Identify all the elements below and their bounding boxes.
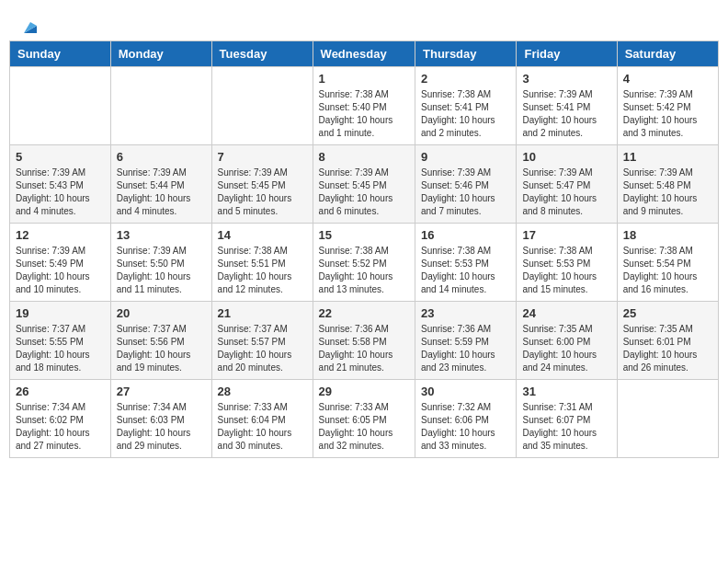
- day-number: 4: [623, 72, 712, 86]
- calendar-day-cell: 7Sunrise: 7:39 AM Sunset: 5:45 PM Daylig…: [211, 145, 313, 224]
- calendar-day-cell: [211, 67, 313, 145]
- calendar-day-cell: 16Sunrise: 7:38 AM Sunset: 5:53 PM Dayli…: [415, 224, 517, 302]
- day-number: 12: [16, 228, 105, 242]
- logo: [18, 18, 40, 31]
- day-number: 11: [623, 150, 712, 164]
- day-info: Sunrise: 7:36 AM Sunset: 5:58 PM Dayligh…: [319, 323, 409, 374]
- calendar-header-row: SundayMondayTuesdayWednesdayThursdayFrid…: [10, 41, 719, 67]
- calendar-day-cell: 10Sunrise: 7:39 AM Sunset: 5:47 PM Dayli…: [517, 145, 617, 224]
- day-info: Sunrise: 7:37 AM Sunset: 5:55 PM Dayligh…: [16, 323, 105, 374]
- calendar-day-cell: 5Sunrise: 7:39 AM Sunset: 5:43 PM Daylig…: [10, 145, 111, 224]
- day-info: Sunrise: 7:39 AM Sunset: 5:50 PM Dayligh…: [117, 245, 206, 296]
- calendar-day-cell: 26Sunrise: 7:34 AM Sunset: 6:02 PM Dayli…: [10, 380, 111, 458]
- day-info: Sunrise: 7:39 AM Sunset: 5:45 PM Dayligh…: [218, 167, 307, 218]
- day-info: Sunrise: 7:35 AM Sunset: 6:00 PM Dayligh…: [522, 323, 610, 374]
- day-number: 23: [421, 306, 510, 320]
- column-header-tuesday: Tuesday: [211, 41, 313, 67]
- day-info: Sunrise: 7:39 AM Sunset: 5:45 PM Dayligh…: [319, 167, 409, 218]
- column-header-sunday: Sunday: [10, 41, 111, 67]
- day-info: Sunrise: 7:39 AM Sunset: 5:46 PM Dayligh…: [421, 167, 510, 218]
- day-info: Sunrise: 7:37 AM Sunset: 5:56 PM Dayligh…: [117, 323, 206, 374]
- day-info: Sunrise: 7:38 AM Sunset: 5:53 PM Dayligh…: [421, 245, 510, 296]
- calendar-day-cell: 17Sunrise: 7:38 AM Sunset: 5:53 PM Dayli…: [517, 224, 617, 302]
- day-number: 27: [117, 385, 206, 398]
- day-number: 20: [117, 306, 206, 320]
- day-number: 26: [16, 385, 105, 398]
- calendar-day-cell: 19Sunrise: 7:37 AM Sunset: 5:55 PM Dayli…: [10, 302, 111, 380]
- day-info: Sunrise: 7:34 AM Sunset: 6:03 PM Dayligh…: [117, 401, 206, 453]
- calendar-week-row: 5Sunrise: 7:39 AM Sunset: 5:43 PM Daylig…: [10, 145, 719, 224]
- day-info: Sunrise: 7:33 AM Sunset: 6:05 PM Dayligh…: [319, 401, 409, 453]
- day-number: 10: [522, 150, 610, 164]
- calendar-day-cell: 28Sunrise: 7:33 AM Sunset: 6:04 PM Dayli…: [211, 380, 313, 458]
- calendar-day-cell: 13Sunrise: 7:39 AM Sunset: 5:50 PM Dayli…: [110, 224, 211, 302]
- day-info: Sunrise: 7:33 AM Sunset: 6:04 PM Dayligh…: [218, 401, 307, 453]
- calendar-day-cell: [617, 380, 718, 458]
- calendar-day-cell: 22Sunrise: 7:36 AM Sunset: 5:58 PM Dayli…: [313, 302, 415, 380]
- day-number: 29: [319, 385, 409, 398]
- column-header-monday: Monday: [110, 41, 211, 67]
- day-number: 2: [421, 72, 510, 86]
- calendar-week-row: 12Sunrise: 7:39 AM Sunset: 5:49 PM Dayli…: [10, 224, 719, 302]
- day-info: Sunrise: 7:31 AM Sunset: 6:07 PM Dayligh…: [522, 401, 610, 453]
- calendar-day-cell: 12Sunrise: 7:39 AM Sunset: 5:49 PM Dayli…: [10, 224, 111, 302]
- day-number: 3: [522, 72, 610, 86]
- calendar-week-row: 26Sunrise: 7:34 AM Sunset: 6:02 PM Dayli…: [10, 380, 719, 458]
- day-number: 21: [218, 306, 307, 320]
- day-info: Sunrise: 7:35 AM Sunset: 6:01 PM Dayligh…: [623, 323, 712, 374]
- calendar-day-cell: 14Sunrise: 7:38 AM Sunset: 5:51 PM Dayli…: [211, 224, 313, 302]
- column-header-wednesday: Wednesday: [313, 41, 415, 67]
- calendar-day-cell: 15Sunrise: 7:38 AM Sunset: 5:52 PM Dayli…: [313, 224, 415, 302]
- calendar-table: SundayMondayTuesdayWednesdayThursdayFrid…: [9, 40, 719, 458]
- day-number: 9: [421, 150, 510, 164]
- calendar-day-cell: 3Sunrise: 7:39 AM Sunset: 5:41 PM Daylig…: [517, 67, 617, 145]
- day-info: Sunrise: 7:39 AM Sunset: 5:49 PM Dayligh…: [16, 245, 105, 296]
- calendar-day-cell: 29Sunrise: 7:33 AM Sunset: 6:05 PM Dayli…: [313, 380, 415, 458]
- day-info: Sunrise: 7:39 AM Sunset: 5:44 PM Dayligh…: [117, 167, 206, 218]
- day-info: Sunrise: 7:38 AM Sunset: 5:52 PM Dayligh…: [319, 245, 409, 296]
- day-number: 5: [16, 150, 105, 164]
- calendar-day-cell: 11Sunrise: 7:39 AM Sunset: 5:48 PM Dayli…: [617, 145, 718, 224]
- day-number: 8: [319, 150, 409, 164]
- day-number: 30: [421, 385, 510, 398]
- day-number: 28: [218, 385, 307, 398]
- calendar-day-cell: [10, 67, 111, 145]
- calendar-day-cell: 4Sunrise: 7:39 AM Sunset: 5:42 PM Daylig…: [617, 67, 718, 145]
- calendar-day-cell: 27Sunrise: 7:34 AM Sunset: 6:03 PM Dayli…: [110, 380, 211, 458]
- day-info: Sunrise: 7:38 AM Sunset: 5:51 PM Dayligh…: [218, 245, 307, 296]
- day-info: Sunrise: 7:39 AM Sunset: 5:42 PM Dayligh…: [623, 88, 712, 140]
- day-number: 22: [319, 306, 409, 320]
- day-info: Sunrise: 7:39 AM Sunset: 5:47 PM Dayligh…: [522, 167, 610, 218]
- calendar-day-cell: 31Sunrise: 7:31 AM Sunset: 6:07 PM Dayli…: [517, 380, 617, 458]
- calendar-day-cell: 6Sunrise: 7:39 AM Sunset: 5:44 PM Daylig…: [110, 145, 211, 224]
- calendar-week-row: 19Sunrise: 7:37 AM Sunset: 5:55 PM Dayli…: [10, 302, 719, 380]
- day-number: 7: [218, 150, 307, 164]
- column-header-saturday: Saturday: [617, 41, 718, 67]
- day-info: Sunrise: 7:37 AM Sunset: 5:57 PM Dayligh…: [218, 323, 307, 374]
- calendar-day-cell: 20Sunrise: 7:37 AM Sunset: 5:56 PM Dayli…: [110, 302, 211, 380]
- calendar-day-cell: 21Sunrise: 7:37 AM Sunset: 5:57 PM Dayli…: [211, 302, 313, 380]
- day-number: 6: [117, 150, 206, 164]
- page-header: [9, 9, 719, 36]
- column-header-friday: Friday: [517, 41, 617, 67]
- day-info: Sunrise: 7:39 AM Sunset: 5:41 PM Dayligh…: [522, 88, 610, 140]
- column-header-thursday: Thursday: [415, 41, 517, 67]
- calendar-day-cell: 23Sunrise: 7:36 AM Sunset: 5:59 PM Dayli…: [415, 302, 517, 380]
- day-info: Sunrise: 7:36 AM Sunset: 5:59 PM Dayligh…: [421, 323, 510, 374]
- logo-icon: [20, 17, 40, 37]
- day-number: 13: [117, 228, 206, 242]
- day-number: 1: [319, 72, 409, 86]
- calendar-day-cell: [110, 67, 211, 145]
- calendar-day-cell: 18Sunrise: 7:38 AM Sunset: 5:54 PM Dayli…: [617, 224, 718, 302]
- day-number: 25: [623, 306, 712, 320]
- day-number: 15: [319, 228, 409, 242]
- day-info: Sunrise: 7:39 AM Sunset: 5:43 PM Dayligh…: [16, 167, 105, 218]
- day-number: 24: [522, 306, 610, 320]
- day-info: Sunrise: 7:38 AM Sunset: 5:41 PM Dayligh…: [421, 88, 510, 140]
- day-info: Sunrise: 7:38 AM Sunset: 5:54 PM Dayligh…: [623, 245, 712, 296]
- day-info: Sunrise: 7:32 AM Sunset: 6:06 PM Dayligh…: [421, 401, 510, 453]
- day-info: Sunrise: 7:38 AM Sunset: 5:40 PM Dayligh…: [319, 88, 409, 140]
- day-info: Sunrise: 7:38 AM Sunset: 5:53 PM Dayligh…: [522, 245, 610, 296]
- calendar-day-cell: 1Sunrise: 7:38 AM Sunset: 5:40 PM Daylig…: [313, 67, 415, 145]
- day-info: Sunrise: 7:39 AM Sunset: 5:48 PM Dayligh…: [623, 167, 712, 218]
